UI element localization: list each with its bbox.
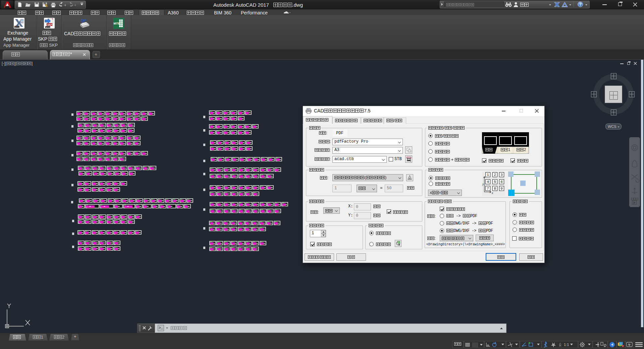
svg-text:+: + [85, 19, 86, 21]
svg-text:y: y [482, 182, 484, 186]
svg-text:x: x [491, 191, 493, 195]
svg-text:AUTODESK: AUTODESK [15, 27, 22, 28]
svg-text:MTb: MTb [114, 22, 119, 25]
svg-text:AUTODESK: AUTODESK [46, 27, 52, 28]
svg-text:1:1: 1:1 [564, 343, 569, 347]
svg-text:QP: QP [307, 108, 309, 110]
svg-text:SKP: SKP [47, 23, 52, 26]
